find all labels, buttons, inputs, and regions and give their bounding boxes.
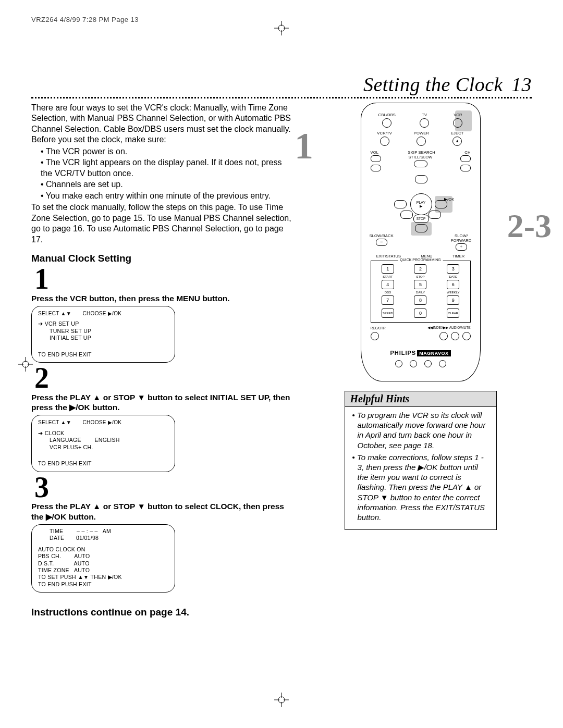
num-6-icon: 6 — [447, 280, 459, 289]
power-button-icon — [417, 137, 426, 146]
num-7-icon: 7 — [382, 295, 394, 305]
remote-label: ◀◀INDEX▶▶ AUDIO/MUTE — [427, 326, 470, 330]
num-3-icon: 3 — [447, 264, 459, 274]
title-text: Setting the Clock — [363, 73, 503, 95]
eject-button-icon: ▲ — [452, 137, 462, 146]
speed-button-icon: SPEED — [382, 309, 394, 318]
section-heading: Manual Clock Setting — [31, 252, 295, 265]
hint-item: To program the VCR so its clock will aut… — [352, 410, 491, 450]
remote-label: POWER — [414, 131, 429, 135]
brand-row: PHILIPSMAGNAVOX — [366, 350, 475, 356]
remote-label: QUICK PROGRAMMING — [398, 258, 443, 262]
step-1-text: Press the VCR button, then press the MEN… — [31, 293, 295, 304]
still-slow-icon — [414, 161, 427, 167]
step-number-1: 1 — [34, 266, 295, 292]
remote-label: DAILY — [406, 291, 435, 294]
bottom-dots-icon — [366, 360, 475, 367]
osd-line: CLOCK — [45, 430, 65, 437]
plus-button-icon: + — [456, 243, 467, 251]
remote-label: VCR — [454, 113, 462, 117]
osd-header-right: CHOOSE ▶/OK — [83, 419, 122, 425]
osd-line: TIME ZONE AUTO — [38, 567, 168, 574]
left-arrow-icon — [394, 200, 407, 208]
osd-footer: TO END PUSH EXIT — [38, 460, 168, 467]
num-2-icon: 2 — [414, 264, 426, 274]
remote-label: TV — [422, 113, 427, 117]
brand-magnavox: MAGNAVOX — [417, 350, 450, 356]
osd-line: TUNER SET UP — [38, 328, 91, 335]
index-fwd-icon — [451, 332, 459, 340]
osd-line: PBS CH. AUTO — [38, 553, 168, 560]
helpful-hints-title: Helpful Hints — [345, 391, 496, 407]
rewind-icon — [400, 211, 413, 219]
osd-line: TO END PUSH EXIT — [38, 581, 168, 588]
play-up-icon — [415, 175, 427, 183]
step-3-text: Press the PLAY ▲ or STOP ▼ button to sel… — [31, 501, 295, 522]
vol-up-icon — [371, 155, 381, 162]
stop-down-arrow-icon — [415, 224, 427, 232]
rec-button-icon — [371, 332, 379, 340]
osd-header-left: SELECT ▲▼ — [38, 311, 71, 316]
step-number-3: 3 — [34, 474, 295, 500]
precheck-item: The VCR light appears on the display pan… — [41, 157, 295, 179]
remote-label: WEEKLY — [438, 291, 468, 294]
ch-up-icon — [460, 155, 471, 162]
stop-button-icon: STOP — [413, 215, 429, 223]
quick-programming-box: QUICK PROGRAMMING 1 2 3 START STOP DATE … — [371, 261, 471, 323]
num-5-icon: 5 — [414, 280, 426, 289]
precheck-item: The VCR power is on. — [41, 146, 295, 157]
remote-label: STILL/SLOW — [408, 155, 432, 159]
osd-screen-1: SELECT ▲▼ CHOOSE ▶/OK VCR SET UP TUNER S… — [31, 306, 175, 363]
vol-down-icon — [371, 165, 381, 171]
osd-line: LANGUAGE ENGLISH — [38, 437, 120, 443]
osd-line: INITIAL SET UP — [38, 335, 91, 341]
page-number: 13 — [511, 73, 532, 95]
crop-mark-left-icon — [18, 357, 33, 372]
remote-label: EXIT/STATUS — [376, 254, 401, 258]
osd-screen-2: SELECT ▲▼ CHOOSE ▶/OK CLOCK LANGUAGE ENG… — [31, 415, 175, 472]
remote-label: CH — [464, 150, 470, 155]
num-1-icon: 1 — [382, 264, 394, 274]
num-4-icon: 4 — [382, 280, 394, 289]
num-8-icon: 8 — [414, 295, 426, 305]
step-2-text: Press the PLAY ▲ or STOP ▼ button to sel… — [31, 392, 295, 413]
crop-mark-top-icon — [274, 21, 289, 35]
page-title: Setting the Clock 13 — [31, 73, 532, 96]
remote-label: ▶/OK — [444, 197, 455, 202]
hint-item: To make corrections, follow steps 1 - 3,… — [352, 452, 491, 522]
helpful-hints-box: Helpful Hints To program the VCR so its … — [345, 391, 497, 530]
precheck-item: Channels are set up. — [41, 179, 295, 190]
intro-paragraph-2: To set the clock manually, follow the st… — [31, 202, 295, 245]
remote-label: DBS — [373, 291, 403, 294]
osd-header-right: CHOOSE ▶/OK — [83, 311, 122, 316]
minus-button-icon: − — [376, 239, 387, 246]
audio-mute-icon — [462, 332, 471, 340]
remote-label: SLOW/ FORWARD — [451, 233, 472, 243]
osd-line: TO SET PUSH ▲▼ THEN ▶/OK — [38, 574, 168, 581]
remote-control-diagram: CBL/DBS TV VCR VCR/TV POWER EJECT▲ VOL S… — [361, 103, 481, 381]
vcrtv-button-icon — [380, 137, 389, 146]
osd-screen-3: TIME – – : – – AM DATE 01/01/98 AUTO CLO… — [31, 524, 175, 593]
osd-header-left: SELECT ▲▼ — [38, 419, 71, 425]
clear-button-icon: CLEAR — [447, 309, 459, 318]
osd-line: AUTO CLOCK ON — [38, 546, 168, 553]
remote-label: EJECT — [451, 131, 464, 135]
crop-mark-bottom-icon — [274, 693, 289, 707]
intro-paragraph: There are four ways to set the VCR's clo… — [31, 103, 295, 145]
remote-label: START — [373, 275, 403, 278]
remote-label: REC/OTR — [371, 326, 386, 330]
num-0-icon: 0 — [414, 309, 426, 318]
osd-line: TIME – – : – – AM — [38, 528, 111, 535]
remote-label: SKIP SEARCH — [408, 150, 435, 155]
remote-label: TIMER — [452, 254, 464, 258]
dpad-icon: PLAY▶ STOP ▶/OK — [387, 175, 455, 232]
osd-line: VCR PLUS+ CH. — [38, 444, 93, 451]
ch-down-icon — [460, 165, 471, 171]
osd-line: VCR SET UP — [45, 320, 79, 327]
index-back-icon — [439, 332, 448, 340]
precheck-list: The VCR power is on. The VCR light appea… — [31, 146, 295, 201]
remote-label: VOL — [371, 150, 379, 155]
osd-line: DATE 01/01/98 — [38, 535, 99, 541]
brand-philips: PHILIPS — [390, 350, 416, 356]
remote-label: DATE — [438, 275, 468, 278]
